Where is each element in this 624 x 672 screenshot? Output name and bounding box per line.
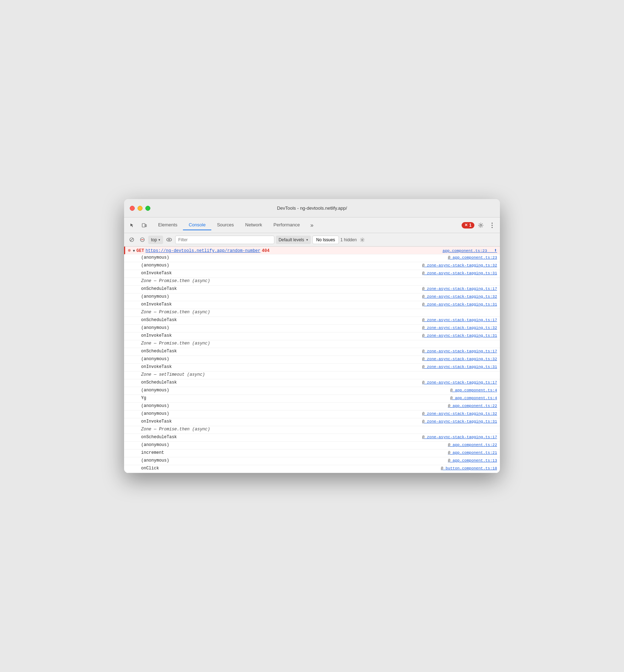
tab-network[interactable]: Network xyxy=(240,220,268,230)
source-link[interactable]: app.component.ts:23 xyxy=(453,255,497,260)
svg-line-7 xyxy=(130,238,133,241)
function-name: onInvokeTask xyxy=(141,302,172,307)
at-sign: @ xyxy=(422,412,427,416)
at-sign: @ xyxy=(422,365,427,369)
tab-performance[interactable]: Performance xyxy=(268,220,305,230)
function-name: (anonymous) xyxy=(141,255,169,260)
close-button[interactable] xyxy=(130,206,135,211)
row-left: (anonymous) xyxy=(127,411,419,416)
source-link[interactable]: app.component.ts:13 xyxy=(453,458,497,463)
function-name: (anonymous) xyxy=(141,411,169,416)
row-right: @ zone-async-stack-tagging.ts:31 xyxy=(419,365,497,369)
row-right: @ app.component.ts:23 xyxy=(419,255,497,260)
more-tabs-button[interactable]: » xyxy=(307,220,317,230)
error-count-badge[interactable]: ✕ 1 xyxy=(462,222,474,228)
source-link[interactable]: zone-async-stack-tagging.ts:32 xyxy=(427,357,497,361)
row-left: onScheduleTask xyxy=(127,349,419,354)
table-row: onInvokeTask@ zone-async-stack-tagging.t… xyxy=(124,301,500,309)
error-x-icon: ✕ xyxy=(464,223,468,227)
async-label: Zone — Promise.then (async) xyxy=(141,341,210,346)
svg-point-10 xyxy=(167,238,172,241)
table-row: (anonymous)@ zone-async-stack-tagging.ts… xyxy=(124,262,500,270)
devtools-window: DevTools - ng-devtools.netlify.app/ Elem… xyxy=(124,199,500,473)
maximize-button[interactable] xyxy=(145,206,150,211)
source-link[interactable]: zone-async-stack-tagging.ts:17 xyxy=(427,435,497,439)
preserve-log-button[interactable] xyxy=(138,236,147,244)
row-left: (anonymous) xyxy=(127,388,419,393)
source-link[interactable]: app.component.ts:4 xyxy=(455,396,497,400)
source-link[interactable]: app.component.ts:21 xyxy=(453,451,497,455)
titlebar: DevTools - ng-devtools.netlify.app/ xyxy=(124,199,500,217)
filter-input-wrap xyxy=(175,236,274,244)
eye-button[interactable] xyxy=(165,236,174,244)
source-link[interactable]: button.component.ts:18 xyxy=(446,466,497,470)
source-link[interactable]: zone-async-stack-tagging.ts:17 xyxy=(427,349,497,353)
table-row: (anonymous)@ app.component.ts:23 xyxy=(124,254,500,262)
status-code: 404 xyxy=(262,248,270,253)
settings-button[interactable] xyxy=(476,220,486,230)
row-left: (anonymous) xyxy=(127,294,419,299)
no-issues-button[interactable]: No Issues xyxy=(312,236,339,244)
row-left: (anonymous) xyxy=(127,403,419,408)
at-sign: @ xyxy=(422,357,427,361)
source-link[interactable]: app.component.ts:22 xyxy=(453,404,497,408)
minimize-button[interactable] xyxy=(138,206,143,211)
at-sign: @ xyxy=(422,419,427,424)
row-left: Zone — Promise.then (async) xyxy=(127,310,497,315)
row-right: @ zone-async-stack-tagging.ts:32 xyxy=(419,294,497,299)
source-link[interactable]: zone-async-stack-tagging.ts:31 xyxy=(427,302,497,307)
source-link[interactable]: zone-async-stack-tagging.ts:17 xyxy=(427,287,497,291)
error-url-link[interactable]: https://ng-devtools.netlify.app/random-n… xyxy=(145,248,260,253)
row-right: @ button.component.ts:18 xyxy=(419,466,497,470)
levels-dropdown[interactable]: Default levels ▾ xyxy=(276,236,311,244)
console-settings-button[interactable] xyxy=(358,236,367,244)
function-name: onScheduleTask xyxy=(141,380,177,385)
source-link[interactable]: zone-async-stack-tagging.ts:32 xyxy=(427,412,497,416)
at-sign: @ xyxy=(448,451,452,455)
function-name: onScheduleTask xyxy=(141,435,177,440)
row-left: onClick xyxy=(127,466,419,471)
context-dropdown[interactable]: top ▾ xyxy=(148,236,163,244)
source-link[interactable]: zone-async-stack-tagging.ts:31 xyxy=(427,365,497,369)
filterbar: top ▾ Default levels ▾ No Issues 1 hidde… xyxy=(124,233,500,247)
source-link[interactable]: zone-async-stack-tagging.ts:31 xyxy=(427,271,497,275)
row-right: @ zone-async-stack-tagging.ts:31 xyxy=(419,302,497,307)
row-left: Yg xyxy=(127,396,419,401)
error-row-left: ⊗ ▼ GET https://ng-devtools.netlify.app/… xyxy=(128,248,419,253)
row-left: onInvokeTask xyxy=(127,364,419,369)
inspect-cursor-button[interactable] xyxy=(127,220,138,230)
at-sign: @ xyxy=(422,294,427,299)
source-link[interactable]: zone-async-stack-tagging.ts:32 xyxy=(427,294,497,299)
row-right: @ zone-async-stack-tagging.ts:32 xyxy=(419,326,497,330)
expand-arrow-icon[interactable]: ▼ xyxy=(133,249,135,253)
more-options-button[interactable] xyxy=(487,220,497,230)
source-link[interactable]: zone-async-stack-tagging.ts:17 xyxy=(427,318,497,322)
clear-console-button[interactable] xyxy=(127,236,136,244)
source-link[interactable]: app.component.ts:22 xyxy=(453,443,497,447)
source-link[interactable]: zone-async-stack-tagging.ts:32 xyxy=(427,263,497,268)
async-label: Zone — Promise.then (async) xyxy=(141,310,210,315)
tab-elements[interactable]: Elements xyxy=(152,220,183,230)
source-link[interactable]: app.component.ts:4 xyxy=(455,388,497,392)
row-right: @ zone-async-stack-tagging.ts:31 xyxy=(419,334,497,338)
at-sign: @ xyxy=(422,318,427,322)
source-link[interactable]: zone-async-stack-tagging.ts:32 xyxy=(427,326,497,330)
source-link[interactable]: zone-async-stack-tagging.ts:31 xyxy=(427,334,497,338)
device-toggle-button[interactable] xyxy=(139,220,150,230)
row-left: Zone — Promise.then (async) xyxy=(127,427,497,432)
tab-sources[interactable]: Sources xyxy=(211,220,240,230)
row-left: increment xyxy=(127,450,419,455)
svg-rect-0 xyxy=(142,224,145,227)
source-link[interactable]: zone-async-stack-tagging.ts:31 xyxy=(427,419,497,424)
source-link[interactable]: zone-async-stack-tagging.ts:17 xyxy=(427,380,497,385)
at-sign: @ xyxy=(422,271,427,275)
table-row: Zone — Promise.then (async) xyxy=(124,309,500,317)
filter-input[interactable] xyxy=(175,236,274,244)
upload-icon[interactable]: ⬆ xyxy=(494,248,497,253)
row-left: onScheduleTask xyxy=(127,435,419,440)
table-row: Yg@ app.component.ts:4 xyxy=(124,395,500,403)
row-left: (anonymous) xyxy=(127,325,419,330)
svg-rect-1 xyxy=(145,225,146,227)
error-source-link[interactable]: app.component.ts:23 xyxy=(442,249,487,253)
tab-console[interactable]: Console xyxy=(183,220,211,230)
